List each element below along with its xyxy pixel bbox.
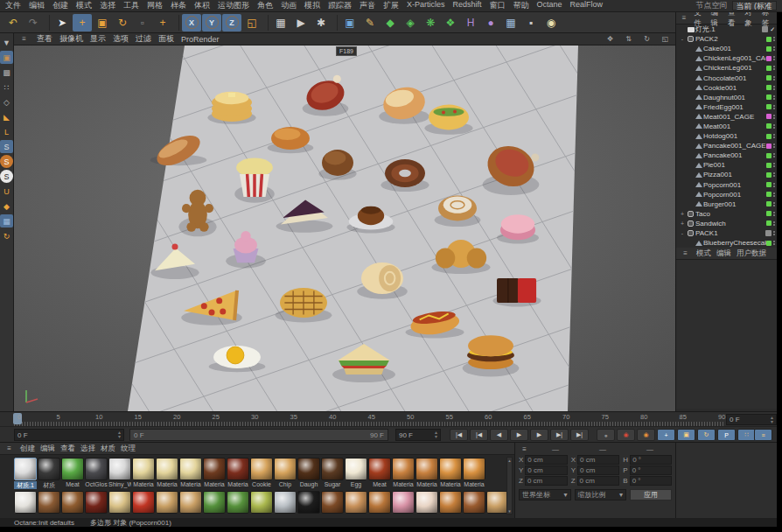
material-item[interactable] — [321, 491, 344, 514]
material-item[interactable]: Daugh — [297, 458, 320, 489]
topbar-menu[interactable]: 模式 — [76, 0, 92, 11]
make-editable-icon[interactable]: ▼ — [0, 36, 13, 49]
object-row[interactable]: -PACK1 — [676, 228, 777, 238]
generator-icon[interactable]: ◈ — [401, 14, 420, 32]
material-thumbnail[interactable] — [250, 491, 273, 514]
topbar-menu[interactable]: 编辑 — [29, 0, 45, 11]
coord-value-field[interactable]: 0 ° — [630, 466, 672, 475]
orbit-icon[interactable]: ↻ — [641, 34, 653, 44]
green-texture-tag[interactable] — [766, 163, 772, 168]
viewport-canvas[interactable] — [14, 46, 681, 411]
key-rotation-button[interactable]: ↻ — [697, 429, 716, 441]
topbar-menu[interactable]: Redshift — [453, 0, 482, 11]
material-item[interactable] — [439, 491, 462, 514]
object-row[interactable]: Popcorn001 — [676, 180, 777, 190]
object-row[interactable]: FriedEgg001 — [676, 102, 777, 112]
material-thumbnail[interactable] — [274, 458, 297, 480]
topbar-menu[interactable]: 选择 — [100, 0, 115, 11]
material-item[interactable]: Egg — [345, 458, 367, 489]
material-item[interactable] — [156, 491, 178, 514]
material-item[interactable]: Meat — [368, 458, 391, 489]
workplane-icon[interactable]: ◆ — [0, 200, 13, 213]
green-texture-tag[interactable] — [766, 85, 772, 90]
material-menu-item[interactable]: 选择 — [80, 444, 95, 454]
material-item[interactable]: Materia — [463, 458, 485, 489]
menu-icon[interactable]: ≡ — [3, 444, 15, 453]
object-row[interactable]: 灯光.1✓ — [676, 24, 777, 34]
material-thumbnail[interactable] — [227, 458, 249, 480]
object-row[interactable]: -PACK2 — [676, 34, 777, 44]
material-thumbnail[interactable] — [156, 458, 178, 480]
green-texture-tag[interactable] — [766, 211, 772, 216]
material-scrollbar[interactable]: ▴▾ — [506, 457, 513, 514]
camera-icon[interactable]: ▪ — [521, 14, 541, 32]
polygon-mode-icon[interactable]: ◣ — [0, 110, 13, 123]
green-texture-tag[interactable] — [766, 220, 772, 226]
topbar-menu[interactable]: 文件 — [5, 0, 21, 11]
coord-value-field[interactable]: 0 cm — [525, 455, 567, 465]
render-picture-icon[interactable]: ▶ — [291, 14, 311, 32]
material-menu-item[interactable]: 材质 — [101, 444, 115, 454]
material-item[interactable]: Shiny_W — [108, 458, 131, 489]
coord-value-field[interactable]: 0 cm — [577, 455, 619, 465]
material-thumbnail[interactable] — [439, 491, 462, 514]
green-texture-tag[interactable] — [766, 134, 772, 139]
material-thumbnail[interactable] — [203, 491, 226, 514]
material-item[interactable] — [227, 491, 249, 514]
material-item[interactable] — [274, 491, 297, 514]
lock-z-icon[interactable]: Z — [222, 14, 241, 32]
gray-texture-tag[interactable] — [762, 26, 768, 32]
lock-workplane-icon[interactable]: ↻ — [0, 229, 13, 242]
render-view-icon[interactable]: ▦ — [271, 14, 290, 32]
scale-mode-dropdown[interactable]: 缩放比例▾ — [575, 489, 627, 500]
field-icon[interactable]: ● — [481, 14, 500, 32]
material-thumbnail[interactable] — [297, 458, 320, 480]
object-row[interactable]: Popcorn001 — [676, 190, 777, 200]
object-row[interactable]: ChickenLeg001_CAGE — [676, 53, 777, 63]
scale-icon[interactable]: ▣ — [93, 14, 112, 32]
object-row[interactable]: Pizza001 — [676, 170, 777, 179]
expand-toggle[interactable]: + — [679, 211, 686, 217]
object-row[interactable]: Chocolate001 — [676, 73, 777, 82]
viewport-menu-item[interactable]: 查看 — [37, 33, 52, 45]
viewport-menu-item[interactable]: 选项 — [113, 33, 129, 45]
material-thumbnail[interactable] — [415, 491, 438, 514]
green-texture-tag[interactable] — [766, 123, 772, 129]
topbar-menu[interactable]: 扩展 — [383, 0, 399, 11]
topbar-menu[interactable]: 创建 — [52, 0, 68, 11]
menu-icon[interactable]: ≡ — [18, 34, 30, 44]
prev-frame-button[interactable]: ◀ — [490, 429, 508, 441]
material-thumbnail[interactable] — [345, 458, 367, 480]
coord-value-field[interactable]: 0 ° — [630, 455, 672, 465]
topbar-menu[interactable]: 窗口 — [490, 0, 506, 11]
material-item[interactable] — [463, 491, 485, 514]
material-item[interactable] — [132, 491, 155, 514]
topbar-menu[interactable]: 动画 — [281, 0, 297, 11]
expand-toggle[interactable]: - — [679, 36, 686, 42]
material-item[interactable] — [368, 491, 391, 514]
material-menu-item[interactable]: 纹理 — [121, 444, 136, 454]
render-settings-icon[interactable]: ✱ — [311, 14, 331, 32]
green-texture-tag[interactable] — [766, 75, 772, 80]
timeline-right-field[interactable]: 0 F▴▾ — [726, 414, 777, 425]
material-item[interactable]: Materia — [203, 458, 226, 489]
material-thumbnail[interactable] — [14, 491, 37, 514]
topbar-menu[interactable]: 跟踪器 — [328, 0, 352, 11]
material-thumbnail[interactable] — [392, 491, 415, 514]
pink-texture-tag[interactable] — [766, 114, 772, 119]
viewport[interactable]: F189 — [14, 46, 681, 411]
goto-end-button[interactable]: ▶| — [570, 429, 589, 441]
current-frame-field[interactable]: 0 F▴▾ — [14, 429, 124, 441]
material-item[interactable] — [38, 491, 60, 514]
material-item[interactable] — [179, 491, 202, 514]
material-item[interactable] — [297, 491, 320, 514]
material-thumbnail[interactable] — [108, 458, 131, 480]
topbar-menu[interactable]: 体积 — [194, 0, 210, 11]
lock-y-icon[interactable]: Y — [202, 14, 221, 32]
material-item[interactable]: Materia — [415, 458, 438, 489]
coord-value-field[interactable]: 0 cm — [577, 476, 620, 486]
plus-move-icon[interactable]: + — [153, 14, 172, 32]
green-texture-tag[interactable] — [766, 46, 772, 52]
object-row[interactable]: Hotdog001 — [676, 131, 777, 141]
material-thumbnail[interactable] — [274, 491, 297, 514]
